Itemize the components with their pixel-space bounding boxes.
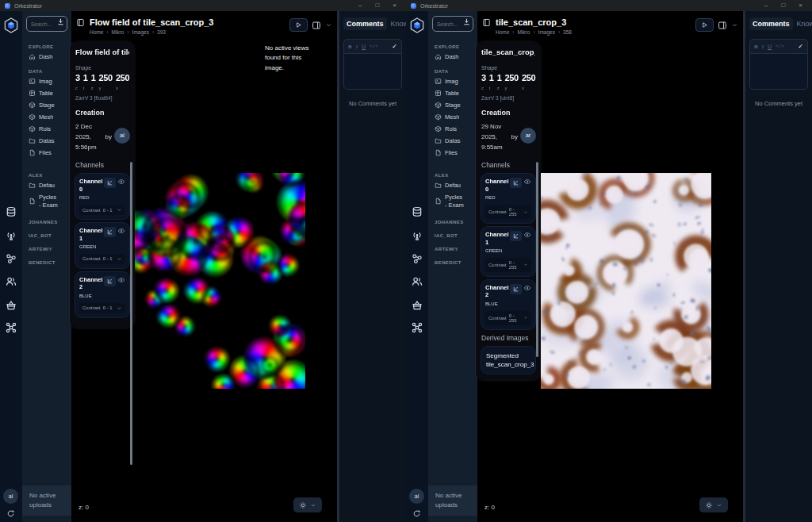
tab-comments[interactable]: Comments [343, 17, 387, 30]
sidebar-item-dash[interactable]: Dash [22, 51, 71, 63]
sidebar-item-meshes[interactable]: Mesh [22, 111, 71, 123]
close-button[interactable]: × [799, 0, 802, 11]
eye-icon[interactable] [117, 276, 125, 284]
histogram-button[interactable] [510, 231, 522, 241]
sidebar-item-tables[interactable]: Table [428, 87, 477, 99]
underline-button[interactable]: U [362, 44, 366, 49]
channel-card-2[interactable]: Channel 2 BLUE Contrast0 - 255 [481, 280, 535, 329]
drone-icon[interactable] [6, 322, 17, 333]
image-canvas[interactable] [541, 173, 711, 389]
users-icon[interactable] [6, 276, 17, 287]
channel-card-0[interactable]: Channel 0 RED Contrast0 - 1 [75, 174, 129, 219]
tab-comments[interactable]: Comments [749, 17, 793, 30]
code-button[interactable]: </> [370, 44, 378, 49]
orkestrator-logo-icon[interactable] [2, 17, 20, 34]
italic-button[interactable]: I [762, 44, 764, 50]
image-canvas[interactable] [135, 173, 305, 389]
sidebar-item-tables[interactable]: Table [22, 87, 71, 99]
minimize-button[interactable]: – [764, 0, 768, 11]
eye-icon[interactable] [523, 178, 531, 186]
user-avatar[interactable]: al [409, 489, 424, 504]
underline-button[interactable]: U [768, 44, 772, 49]
channel-card-1[interactable]: Channel 1 GREEN Contrast0 - 1 [75, 223, 129, 268]
sidebar-section-iac-bot[interactable]: IAC_BOT [29, 233, 71, 238]
sidebar-toggle-icon[interactable] [482, 18, 491, 27]
sidebar-section-benedict[interactable]: BENEDICT [29, 260, 71, 265]
sidebar-item-rois[interactable]: Rois [428, 123, 477, 135]
contrast-select[interactable]: Contrast0 - 1 [79, 205, 125, 215]
bold-button[interactable]: B [348, 44, 352, 50]
panel-layout-button[interactable] [312, 21, 321, 30]
chevron-down-icon[interactable] [731, 21, 738, 29]
contrast-select[interactable]: Contrast0 - 1 [79, 303, 125, 313]
creator-avatar[interactable]: ar [520, 128, 536, 144]
sidebar-section-artemiy[interactable]: ARTEMIY [435, 247, 477, 251]
sidebar-item-dash[interactable]: Dash [428, 51, 477, 63]
download-icon[interactable] [462, 17, 471, 26]
users-icon[interactable] [412, 276, 423, 287]
histogram-button[interactable] [510, 284, 522, 294]
sidebar-item-meshes[interactable]: Mesh [428, 111, 477, 123]
sidebar-section-johannes[interactable]: JOHANNES [29, 220, 71, 225]
tab-knowledge[interactable]: Knowledge [797, 20, 812, 28]
download-icon[interactable] [56, 17, 65, 26]
refresh-icon[interactable] [6, 509, 15, 518]
sidebar-item-images[interactable]: Imag [428, 75, 477, 87]
maximize-button[interactable]: □ [375, 0, 379, 11]
eye-icon[interactable] [117, 227, 125, 235]
maximize-button[interactable]: □ [781, 0, 785, 11]
sidebar-item-files[interactable]: Files [428, 147, 477, 159]
sidebar-item-datasets[interactable]: Datas [428, 135, 477, 147]
italic-button[interactable]: I [356, 44, 358, 50]
sidebar-item-pycles[interactable]: Pycles- Exam [22, 191, 71, 212]
sidebar-section-artemiy[interactable]: ARTEMIY [29, 247, 71, 251]
breadcrumb-home[interactable]: Home [90, 29, 103, 35]
database-icon[interactable] [412, 206, 423, 217]
sidebar-section-benedict[interactable]: BENEDICT [435, 260, 477, 265]
breadcrumb-images[interactable]: Images [132, 29, 149, 35]
broadcast-icon[interactable] [412, 230, 423, 241]
sidebar-item-images[interactable]: Imag [22, 75, 71, 87]
graph-nodes-icon[interactable] [6, 253, 17, 264]
comment-input[interactable] [343, 53, 402, 90]
settings-button[interactable] [699, 497, 728, 512]
minimize-button[interactable]: – [358, 0, 362, 11]
creator-avatar[interactable]: al [114, 128, 130, 144]
play-button[interactable] [289, 18, 308, 32]
breadcrumb-mikro[interactable]: Mikro [112, 29, 124, 35]
submit-comment-button[interactable]: ✓ [798, 43, 803, 50]
sidebar-item-pycles[interactable]: Pycles- Exam [428, 191, 477, 212]
contrast-select[interactable]: Contrast0 - 1 [79, 254, 125, 264]
basket-icon[interactable] [6, 300, 17, 311]
histogram-button[interactable] [104, 227, 116, 237]
panel-layout-button[interactable] [718, 21, 727, 30]
close-button[interactable]: × [393, 0, 396, 11]
histogram-button[interactable] [104, 178, 116, 188]
contrast-select[interactable]: Contrast0 - 255 [485, 311, 531, 325]
play-button[interactable] [695, 18, 714, 32]
titlebar[interactable]: Orkestrator – □ × [0, 0, 406, 11]
channel-card-0[interactable]: Channel 0 RED Contrast0 - 255 [481, 174, 535, 223]
eye-icon[interactable] [523, 231, 531, 239]
drone-icon[interactable] [412, 322, 423, 333]
orkestrator-logo-icon[interactable] [408, 17, 426, 34]
search-box[interactable] [26, 16, 67, 32]
breadcrumb-images[interactable]: Images [538, 29, 555, 35]
search-input[interactable] [31, 21, 55, 27]
breadcrumb-home[interactable]: Home [496, 29, 509, 35]
breadcrumb-id[interactable]: 358 [563, 29, 572, 35]
sidebar-item-datasets[interactable]: Datas [22, 135, 71, 147]
sidebar-item-files[interactable]: Files [22, 147, 71, 159]
channel-card-1[interactable]: Channel 1 GREEN Contrast0 - 255 [481, 227, 535, 276]
sidebar-toggle-icon[interactable] [76, 18, 85, 27]
titlebar[interactable]: Orkestrator – □ × [406, 0, 812, 11]
eye-icon[interactable] [117, 178, 125, 186]
database-icon[interactable] [6, 206, 17, 217]
submit-comment-button[interactable]: ✓ [392, 43, 397, 50]
refresh-icon[interactable] [412, 509, 421, 518]
breadcrumb-mikro[interactable]: Mikro [518, 29, 530, 35]
panel-scrollbar[interactable] [130, 162, 132, 465]
search-box[interactable] [432, 16, 473, 32]
chevron-down-icon[interactable] [325, 21, 332, 29]
contrast-select[interactable]: Contrast0 - 255 [485, 258, 531, 272]
